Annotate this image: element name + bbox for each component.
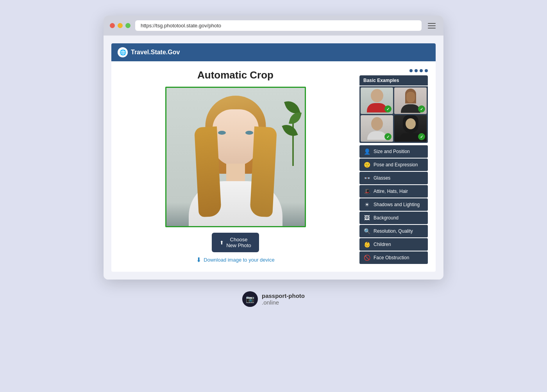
sidebar-item-attire[interactable]: 🎩 Attire, Hats, Hair <box>359 185 428 198</box>
sidebar-label-shadows: Shadows and Lighting <box>374 202 424 207</box>
sidebar-item-pose-expression[interactable]: 🙂 Pose and Expression <box>359 159 428 171</box>
choose-new-photo-button[interactable]: ⬆ ChooseNew Photo <box>212 233 259 252</box>
sidebar-label-pose-expression: Pose and Expression <box>374 162 424 167</box>
example-photo-2: ✓ <box>394 87 427 114</box>
example-photo-1: ✓ <box>361 87 393 114</box>
check-badge-4: ✓ <box>418 133 425 140</box>
upload-icon: ⬆ <box>220 240 224 246</box>
basic-examples-header: Basic Examples <box>359 75 428 86</box>
background-icon: 🖼 <box>363 215 370 221</box>
site-header: 🌐 Travel.State.Gov <box>111 43 436 61</box>
footer-logo: 📷 <box>242 291 258 307</box>
footer-branding: 📷 passport-photo .online <box>242 291 305 307</box>
resolution-icon: 🔍 <box>363 228 370 234</box>
sidebar-label-face-obstruction: Face Obstruction <box>374 255 424 260</box>
glasses-icon: 👓 <box>363 175 370 181</box>
camera-icon: 📷 <box>246 295 254 303</box>
sidebar-label-size-position: Size and Position <box>374 149 424 154</box>
right-panel: Basic Examples ✓ <box>359 69 428 264</box>
minimize-window-button[interactable] <box>118 23 123 28</box>
close-window-button[interactable] <box>110 23 115 28</box>
download-icon: ⬇ <box>196 256 201 264</box>
brand-sub: .online <box>262 299 305 306</box>
example-person-1 <box>367 89 387 112</box>
children-icon: 👶 <box>363 241 370 248</box>
sidebar-item-size-position[interactable]: 👤 Size and Position <box>359 145 428 158</box>
example-person-4 <box>400 115 421 142</box>
indicator-dot-1 <box>409 69 413 72</box>
sidebar-item-face-obstruction[interactable]: 🚫 Face Obstruction <box>359 251 428 264</box>
sidebar-item-glasses[interactable]: 👓 Glasses <box>359 172 428 184</box>
sidebar-label-attire: Attire, Hats, Hair <box>374 189 424 194</box>
size-position-icon: 👤 <box>363 148 370 155</box>
footer-text: passport-photo .online <box>262 292 305 306</box>
download-link[interactable]: ⬇ Download image to your device <box>196 256 274 264</box>
browser-titlebar <box>104 16 443 36</box>
browser-window: 🌐 Travel.State.Gov Automatic Crop <box>104 16 443 280</box>
url-bar[interactable] <box>135 20 422 31</box>
pose-expression-icon: 🙂 <box>363 162 370 168</box>
example-person-3 <box>367 117 387 140</box>
shadows-icon: ☀ <box>363 201 370 208</box>
example-photo-4: ✓ <box>394 115 427 142</box>
maximize-window-button[interactable] <box>125 23 130 28</box>
choose-btn-label: ChooseNew Photo <box>226 237 251 248</box>
sidebar-label-children: Children <box>374 242 424 247</box>
check-badge-3: ✓ <box>384 133 391 140</box>
sidebar-label-resolution: Resolution, Quality <box>374 228 424 234</box>
face-obstruction-icon: 🚫 <box>363 255 370 261</box>
site-container: 🌐 Travel.State.Gov Automatic Crop <box>111 43 436 272</box>
sidebar-item-background[interactable]: 🖼 Background <box>359 212 428 224</box>
indicator-dot-4 <box>425 69 428 72</box>
dot-indicators <box>359 69 428 72</box>
brand-name: passport-photo <box>262 292 305 299</box>
sidebar-item-children[interactable]: 👶 Children <box>359 238 428 251</box>
browser-content: 🌐 Travel.State.Gov Automatic Crop <box>104 36 443 280</box>
example-person-2 <box>401 89 420 113</box>
examples-grid: ✓ ✓ <box>359 86 428 143</box>
attire-icon: 🎩 <box>363 188 370 194</box>
sidebar-item-resolution[interactable]: 🔍 Resolution, Quality <box>359 225 428 237</box>
indicator-dot-2 <box>415 69 418 72</box>
download-label: Download image to your device <box>204 257 274 263</box>
sidebar-item-shadows[interactable]: ☀ Shadows and Lighting <box>359 198 428 211</box>
site-body: Automatic Crop <box>111 61 436 272</box>
indicator-dot-3 <box>420 69 423 72</box>
left-panel: Automatic Crop <box>119 69 352 264</box>
site-logo-icon: 🌐 <box>118 47 128 57</box>
check-badge-1: ✓ <box>384 105 391 112</box>
check-badge-2: ✓ <box>418 105 425 112</box>
page-title: Automatic Crop <box>197 69 274 81</box>
portrait-image <box>166 88 305 226</box>
photo-frame <box>165 87 306 227</box>
sidebar-label-glasses: Glasses <box>374 175 424 181</box>
sidebar-label-background: Background <box>374 215 424 221</box>
sidebar-list: 👤 Size and Position 🙂 Pose and Expressio… <box>359 145 428 264</box>
window-controls <box>110 23 130 28</box>
example-photo-3: ✓ <box>361 115 393 142</box>
browser-menu-button[interactable] <box>426 21 437 30</box>
site-title: Travel.State.Gov <box>131 49 180 56</box>
